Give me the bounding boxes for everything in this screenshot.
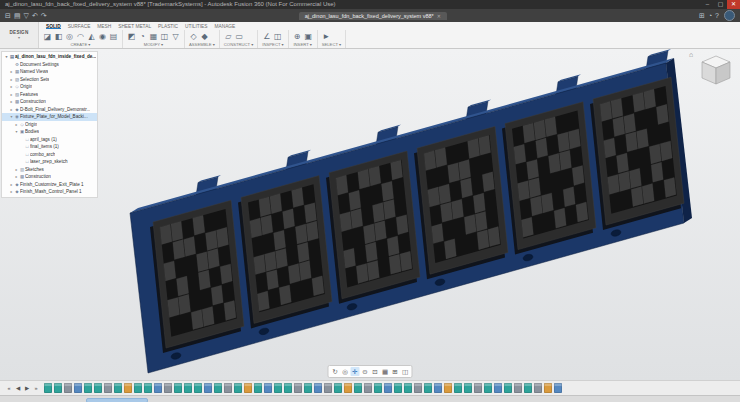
viewcube[interactable]: ⌂ (690, 51, 736, 95)
browser-root-item[interactable]: ▾▤aj_dinon_lasu_fdn_inside_fixed_de... (2, 53, 97, 61)
timeline-feature-icon[interactable] (164, 383, 172, 393)
go-to-end-icon[interactable]: » (32, 384, 40, 393)
ribbon-tab-manage[interactable]: MANAGE (214, 24, 235, 29)
ribbon-group-label[interactable]: CONSTRUCT ▾ (224, 42, 253, 48)
show-data-panel-icon[interactable]: ⊟ (5, 12, 11, 20)
browser-tree-item[interactable]: ▸▩Construction (2, 98, 97, 106)
timeline-feature-icon[interactable] (494, 383, 502, 393)
maximize-button[interactable]: ▢ (714, 0, 727, 9)
timeline-feature-icon[interactable] (384, 383, 392, 393)
ribbon-group-label[interactable]: SELECT ▾ (322, 42, 341, 48)
display-settings-icon[interactable]: ▦ (381, 367, 390, 376)
create-sketch-icon[interactable]: ◪ (43, 32, 52, 41)
browser-tree-item[interactable]: ▾▣Bodies (2, 128, 97, 136)
section-analysis-icon[interactable]: ◫ (273, 32, 282, 41)
ribbon-tab-surface[interactable]: SURFACE (68, 24, 91, 29)
browser-tree-item[interactable]: □laser_prep_sketch (2, 158, 97, 166)
timeline-feature-icon[interactable] (54, 383, 62, 393)
extensions-icon[interactable]: ⊞ (699, 12, 705, 20)
timeline-feature-icon[interactable] (484, 383, 492, 393)
redo-icon[interactable]: ↷ (41, 12, 47, 20)
timeline-scroll-handle[interactable] (86, 398, 148, 402)
timeline-feature-icon[interactable] (94, 383, 102, 393)
timeline-feature-icon[interactable] (254, 383, 262, 393)
browser-tree-item[interactable]: ▸▥Sketches (2, 166, 97, 174)
timeline-feature-icon[interactable] (394, 383, 402, 393)
browser-tree-item[interactable]: ▸▩Construction (2, 173, 97, 181)
timeline-feature-icon[interactable] (324, 383, 332, 393)
timeline-feature-icon[interactable] (194, 383, 202, 393)
browser-tree-item[interactable]: ▸▧Selection Sets (2, 76, 97, 84)
3d-model-canvas[interactable] (0, 49, 740, 380)
save-icon[interactable]: ▽ (24, 12, 29, 20)
look-at-icon[interactable]: ◎ (341, 367, 350, 376)
timeline-feature-icon[interactable] (134, 383, 142, 393)
timeline-feature-icon[interactable] (404, 383, 412, 393)
fixture-plate-model[interactable] (0, 49, 740, 380)
timeline-feature-icon[interactable] (334, 383, 342, 393)
browser-tree-item[interactable]: ▸▦Named Views (2, 68, 97, 76)
timeline-feature-icon[interactable] (64, 383, 72, 393)
browser-tree-item[interactable]: ▸◇Origin (2, 83, 97, 91)
revolve-icon[interactable]: ◎ (65, 32, 74, 41)
new-component-icon[interactable]: ◇ (189, 32, 198, 41)
browser-tree-item[interactable]: ▸◆Finish_Customize_Exit_Plate 1 (2, 181, 97, 189)
browser-tree-item[interactable]: ⚙Document Settings (2, 61, 97, 69)
viewcube-graphic[interactable] (690, 51, 736, 95)
timeline-feature-icon[interactable] (354, 383, 362, 393)
undo-icon[interactable]: ↶ (32, 12, 38, 20)
timeline-feature-icon[interactable] (554, 383, 562, 393)
timeline-feature-icon[interactable] (84, 383, 92, 393)
step-back-icon[interactable]: ◀ (14, 384, 22, 393)
sweep-icon[interactable]: ◠ (76, 32, 85, 41)
timeline-feature-icon[interactable] (524, 383, 532, 393)
ribbon-group-label[interactable]: INSPECT ▾ (262, 42, 283, 48)
timeline-feature-icon[interactable] (214, 383, 222, 393)
model-viewport[interactable]: ▾▤aj_dinon_lasu_fdn_inside_fixed_de...⚙D… (0, 49, 740, 380)
timeline-feature-icon[interactable] (514, 383, 522, 393)
workspace-selector[interactable]: DESIGN ▾ (0, 22, 39, 48)
timeline-feature-icon[interactable] (74, 383, 82, 393)
press-pull-icon[interactable]: ◩ (127, 32, 136, 41)
ribbon-group-label[interactable]: CREATE ▾ (43, 42, 118, 48)
home-icon[interactable]: ⌂ (689, 51, 693, 58)
timeline-feature-icon[interactable] (264, 383, 272, 393)
ribbon-tab-mesh[interactable]: MESH (97, 24, 111, 29)
timeline-feature-icon[interactable] (234, 383, 242, 393)
browser-tree-item[interactable]: ▸◆D-Bolt_Final_Delivery_Demonstr... (2, 106, 97, 114)
grid-icon[interactable]: ⊞ (391, 367, 400, 376)
go-to-start-icon[interactable]: « (5, 384, 13, 393)
play-icon[interactable]: ▶ (23, 384, 31, 393)
timeline-feature-icon[interactable] (114, 383, 122, 393)
zoom-icon[interactable]: ⊙ (361, 367, 370, 376)
timeline-feature-icon[interactable] (314, 383, 322, 393)
timeline-feature-icon[interactable] (444, 383, 452, 393)
timeline-feature-icon[interactable] (174, 383, 182, 393)
timeline-feature-icon[interactable] (364, 383, 372, 393)
ribbon-group-label[interactable]: ASSEMBLE ▾ (189, 42, 215, 48)
ribbon-group-label[interactable]: INSERT ▾ (293, 42, 313, 48)
ribbon-tab-utilities[interactable]: UTILITIES (185, 24, 207, 29)
loft-icon[interactable]: ◭ (87, 32, 96, 41)
timeline-feature-icon[interactable] (424, 383, 432, 393)
timeline-feature-icon[interactable] (414, 383, 422, 393)
browser-tree-item[interactable]: □combo_arch (2, 151, 97, 159)
file-menu-icon[interactable]: ▤ (14, 12, 21, 20)
timeline-feature-icon[interactable] (304, 383, 312, 393)
timeline-feature-icon[interactable] (274, 383, 282, 393)
timeline-feature-icon[interactable] (474, 383, 482, 393)
timeline-feature-icon[interactable] (374, 383, 382, 393)
insert-mesh-icon[interactable]: ⊕ (293, 32, 302, 41)
measure-icon[interactable]: ∠ (262, 32, 271, 41)
ribbon-tab-plastic[interactable]: PLASTIC (158, 24, 178, 29)
timeline-feature-icon[interactable] (464, 383, 472, 393)
ribbon-tab-solid[interactable]: SOLID (46, 24, 61, 29)
browser-tree-item[interactable]: ▸▨Features (2, 91, 97, 99)
timeline-feature-icon[interactable] (504, 383, 512, 393)
browser-tree-item[interactable]: □april_tags (1) (2, 136, 97, 144)
construction-axis-icon[interactable]: ▭ (235, 32, 244, 41)
timeline-feature-icon[interactable] (344, 383, 352, 393)
timeline-feature-icon[interactable] (294, 383, 302, 393)
timeline-feature-icon[interactable] (244, 383, 252, 393)
viewports-icon[interactable]: ◫ (401, 367, 410, 376)
